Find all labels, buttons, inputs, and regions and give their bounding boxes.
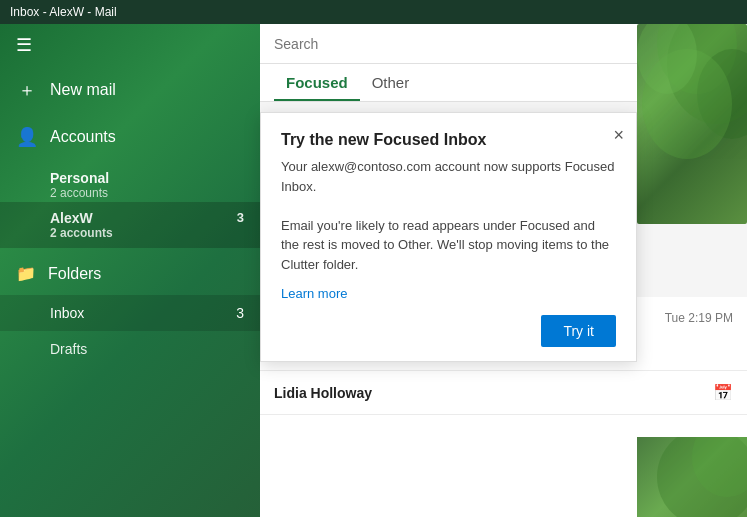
sidebar-header[interactable]: ☰ xyxy=(0,24,260,66)
focused-inbox-popup: Try the new Focused Inbox × Your alexw@c… xyxy=(260,112,637,362)
new-mail-button[interactable]: ＋ New mail xyxy=(0,66,260,114)
person-icon: 👤 xyxy=(16,126,38,148)
popup-title: Try the new Focused Inbox xyxy=(281,131,616,149)
tab-other[interactable]: Other xyxy=(360,64,422,101)
popup-body-line2: Email you're likely to read appears unde… xyxy=(281,216,616,275)
email-sender-1: Lidia Holloway xyxy=(274,385,372,401)
popup-body: Your alexw@contoso.com account now suppo… xyxy=(281,157,616,274)
alexw-account-item[interactable]: AlexW 3 2 accounts xyxy=(0,202,260,248)
accounts-label: Accounts xyxy=(50,128,116,146)
personal-label: Personal xyxy=(50,170,244,186)
folder-icon: 📁 xyxy=(16,264,36,283)
window-title: Inbox - AlexW - Mail xyxy=(10,5,117,19)
sidebar-content: ☰ ＋ New mail 👤 Accounts Personal 2 accou… xyxy=(0,24,260,517)
folders-nav-item[interactable]: 📁 Folders xyxy=(0,252,260,295)
plus-icon: ＋ xyxy=(16,78,38,102)
try-it-button[interactable]: Try it xyxy=(541,315,616,347)
tab-focused[interactable]: Focused xyxy=(274,64,360,101)
main-container: ☰ ＋ New mail 👤 Accounts Personal 2 accou… xyxy=(0,24,747,517)
tab-other-label: Other xyxy=(372,74,410,91)
personal-accounts-section: Personal 2 accounts AlexW 3 2 accounts xyxy=(0,160,260,252)
drafts-label: Drafts xyxy=(50,341,87,357)
tab-focused-label: Focused xyxy=(286,74,348,91)
search-input[interactable] xyxy=(274,36,655,52)
sidebar: ☰ ＋ New mail 👤 Accounts Personal 2 accou… xyxy=(0,24,260,517)
learn-more-link[interactable]: Learn more xyxy=(281,286,616,301)
popup-actions: Try it xyxy=(281,315,616,347)
accounts-nav-item[interactable]: 👤 Accounts xyxy=(0,114,260,160)
calendar-icon: 📅 xyxy=(713,383,733,402)
email-time-0: Tue 2:19 PM xyxy=(665,311,733,325)
main-content: 🔍 🔄 ☰ Focused Other All ▾ Try the new Fo… xyxy=(260,24,747,517)
popup-close-button[interactable]: × xyxy=(613,125,624,146)
new-mail-label: New mail xyxy=(50,81,116,99)
personal-sub-label: 2 accounts xyxy=(50,186,244,200)
email-item-1[interactable]: Lidia Holloway 📅 xyxy=(260,371,747,415)
inbox-label: Inbox xyxy=(50,305,84,321)
nature-bg-bottom xyxy=(637,437,747,517)
personal-accounts-group: Personal 2 accounts xyxy=(0,164,260,202)
nature-bg-top xyxy=(637,24,747,224)
popup-body-line1: Your alexw@contoso.com account now suppo… xyxy=(281,157,616,196)
alexw-sub: 2 accounts xyxy=(50,226,244,240)
alexw-label: AlexW xyxy=(50,210,93,226)
title-bar: Inbox - AlexW - Mail xyxy=(0,0,747,24)
alexw-count: 3 xyxy=(237,210,244,225)
drafts-item[interactable]: Drafts xyxy=(0,331,260,367)
inbox-item[interactable]: Inbox 3 xyxy=(0,295,260,331)
inbox-count: 3 xyxy=(236,305,244,321)
hamburger-icon[interactable]: ☰ xyxy=(16,34,32,56)
folders-label: Folders xyxy=(48,265,101,283)
